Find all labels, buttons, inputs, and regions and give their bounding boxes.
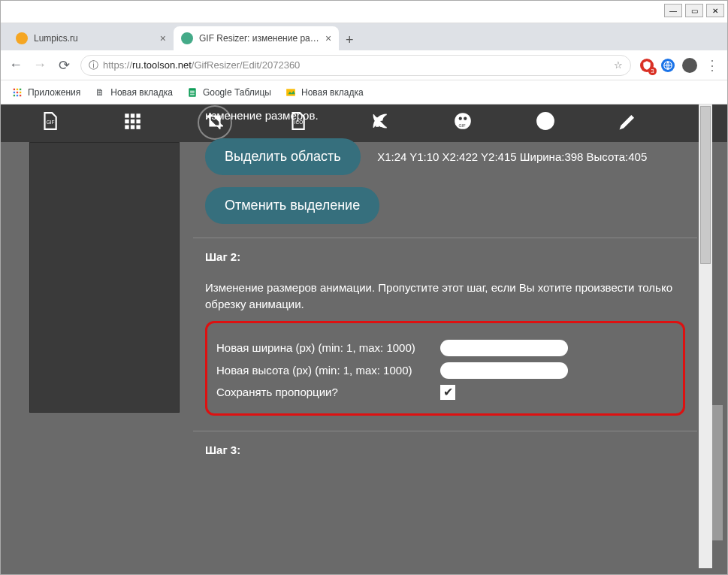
browser-scrollbar[interactable] [699, 104, 712, 568]
svg-rect-9 [20, 94, 21, 95]
truncated-paragraph: изменение размеров. [193, 104, 697, 125]
svg-rect-6 [20, 91, 21, 92]
page-icon: 🗎 [94, 86, 106, 98]
clear-selection-button[interactable]: Отменить выделение [205, 187, 379, 224]
favicon-icon [181, 32, 193, 44]
image-icon [285, 86, 297, 98]
url-field[interactable]: ⓘ https://ru.toolson.net/GifResizer/Edit… [80, 55, 631, 76]
bookmark-label: Новая вкладка [301, 87, 364, 98]
select-area-button[interactable]: Выделить область [205, 138, 361, 175]
keep-ratio-label: Сохранять пропорции? [216, 386, 440, 398]
left-sidebar [29, 142, 180, 413]
bookmark-star-icon[interactable]: ☆ [614, 59, 623, 71]
width-label: Новая ширина (px) (min: 1, max: 1000) [216, 341, 440, 354]
bookmark-label: Новая вкладка [110, 87, 173, 98]
extension-globe-icon[interactable] [661, 59, 675, 72]
bookmark-newtab-1[interactable]: 🗎 Новая вкладка [94, 86, 173, 98]
new-tab-button[interactable]: + [339, 29, 360, 50]
url-text: https://ru.toolson.net/GifResizer/Edit/2… [103, 59, 609, 71]
svg-rect-1 [14, 88, 15, 89]
step-3-title: Шаг 3: [205, 442, 685, 459]
height-label: Новая высота (px) (min: 1, max: 1000) [216, 364, 440, 377]
svg-rect-5 [17, 91, 18, 92]
bookmark-apps[interactable]: Приложения [11, 86, 80, 98]
browser-scrollbar-thumb[interactable] [700, 106, 711, 264]
svg-rect-4 [14, 91, 15, 92]
maximize-button[interactable]: ▭ [685, 4, 703, 17]
svg-rect-8 [17, 94, 18, 95]
tab-lumpics[interactable]: Lumpics.ru × [8, 26, 174, 50]
step-2-block: Шаг 2: Изменение размеров анимации. Проп… [193, 238, 697, 431]
svg-rect-18 [131, 113, 134, 117]
step-3-block: Шаг 3: [193, 431, 697, 470]
tab-title: GIF Resizer: изменение размера [199, 33, 319, 44]
resize-form-highlight: Новая ширина (px) (min: 1, max: 1000) Но… [205, 321, 685, 416]
svg-rect-19 [136, 113, 140, 117]
menu-dots-icon[interactable]: ⋮ [705, 57, 720, 74]
favicon-icon [16, 32, 28, 44]
minimize-button[interactable]: — [664, 4, 682, 17]
info-icon[interactable]: ⓘ [89, 59, 98, 72]
scrollbar-thumb[interactable] [711, 405, 723, 540]
grid-icon[interactable] [121, 111, 143, 135]
close-window-button[interactable]: ✕ [706, 4, 724, 17]
svg-rect-13 [190, 94, 195, 95]
svg-rect-22 [136, 120, 140, 123]
close-tab-icon[interactable]: × [325, 32, 331, 44]
bookmarks-bar: Приложения 🗎 Новая вкладка Google Таблиц… [1, 80, 727, 104]
browser-tabstrip: Lumpics.ru × GIF Resizer: изменение разм… [1, 23, 727, 50]
profile-avatar[interactable] [682, 58, 697, 73]
tab-gif-resizer[interactable]: GIF Resizer: изменение размера × [174, 26, 339, 50]
svg-rect-12 [190, 92, 195, 93]
browser-address-bar: ← → ⟳ ⓘ https://ru.toolson.net/GifResize… [1, 50, 727, 80]
bookmark-label: Приложения [28, 87, 80, 98]
apps-icon [11, 86, 23, 98]
selection-coordinates: X1:24 Y1:10 X2:422 Y2:415 Ширина:398 Выс… [377, 150, 647, 163]
tab-title: Lumpics.ru [34, 33, 78, 44]
extension-badge[interactable]: 3 [640, 59, 654, 72]
badge-count: 3 [648, 67, 657, 75]
svg-text:GIF: GIF [47, 120, 55, 125]
svg-rect-23 [125, 125, 128, 129]
sheets-icon [186, 86, 198, 98]
width-input[interactable] [440, 340, 568, 356]
svg-rect-17 [125, 113, 128, 117]
svg-rect-3 [20, 88, 21, 89]
main-panel: изменение размеров. Выделить область X1:… [193, 104, 697, 574]
svg-rect-11 [190, 90, 195, 91]
svg-rect-21 [131, 120, 134, 123]
svg-rect-24 [131, 125, 134, 129]
svg-rect-20 [125, 120, 128, 123]
bookmark-sheets[interactable]: Google Таблицы [186, 86, 271, 98]
step-2-description: Изменение размеров анимации. Пропустите … [205, 280, 685, 313]
close-tab-icon[interactable]: × [160, 32, 166, 44]
back-button[interactable]: ← [8, 57, 23, 73]
bookmark-newtab-2[interactable]: Новая вкладка [285, 86, 364, 98]
reload-button[interactable]: ⟳ [56, 57, 71, 74]
svg-rect-25 [136, 125, 140, 129]
svg-rect-7 [14, 94, 15, 95]
bookmark-label: Google Таблицы [203, 87, 271, 98]
page-scrollbar[interactable] [711, 150, 723, 555]
forward-button[interactable]: → [32, 57, 47, 73]
step-2-title: Шаг 2: [205, 249, 685, 266]
window-titlebar: — ▭ ✕ [1, 1, 727, 23]
height-input[interactable] [440, 362, 568, 379]
svg-rect-2 [17, 88, 18, 89]
keep-ratio-checkbox[interactable]: ✔ [440, 385, 455, 400]
page-content: GIF ICO RAWJPG GIF изменение размеров. В… [1, 104, 727, 574]
gif-icon[interactable]: GIF [38, 111, 61, 135]
